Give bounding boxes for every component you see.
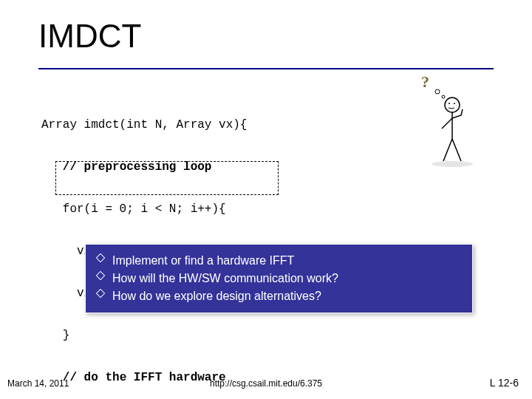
callout-item: How will the HW/SW communication work? — [96, 270, 462, 287]
svg-point-9 — [432, 161, 473, 167]
slide: IMDCT ? A — [0, 0, 532, 399]
svg-line-8 — [452, 139, 461, 161]
diamond-bullet-icon — [96, 253, 105, 262]
callout-item: Implement or find a hardware IFFT — [96, 252, 462, 270]
svg-point-5 — [454, 103, 455, 104]
slide-title: IMDCT — [38, 18, 141, 55]
thinker-clipart: ? — [414, 72, 488, 168]
callout-box: Implement or find a hardware IFFT How wi… — [85, 244, 473, 313]
svg-line-7 — [443, 139, 452, 161]
title-underline — [38, 68, 494, 69]
callout-text: Implement or find a hardware IFFT — [112, 254, 294, 267]
code-line: } — [41, 329, 311, 343]
svg-point-2 — [442, 95, 445, 98]
svg-rect-11 — [96, 271, 104, 279]
footer-url: http://csg.csail.mit.edu/6.375 — [0, 378, 532, 389]
callout-text: How will the HW/SW communication work? — [112, 272, 338, 284]
diamond-bullet-icon — [96, 271, 105, 280]
diamond-bullet-icon — [96, 289, 105, 298]
callout-item: How do we explore design alternatives? — [96, 287, 462, 305]
svg-rect-10 — [96, 253, 104, 262]
callout-text: How do we explore design alternatives? — [112, 290, 321, 302]
svg-point-4 — [449, 103, 450, 104]
code-line: // preprocessing loop — [41, 160, 311, 174]
svg-text:?: ? — [421, 72, 429, 91]
svg-point-1 — [435, 89, 440, 94]
code-line: Array imdct(int N, Array vx){ — [41, 118, 311, 132]
code-line: for(i = 0; i < N; i++){ — [41, 202, 311, 216]
svg-point-3 — [445, 98, 460, 112]
svg-rect-12 — [96, 289, 104, 297]
footer-page-number: L 12-6 — [490, 377, 519, 389]
